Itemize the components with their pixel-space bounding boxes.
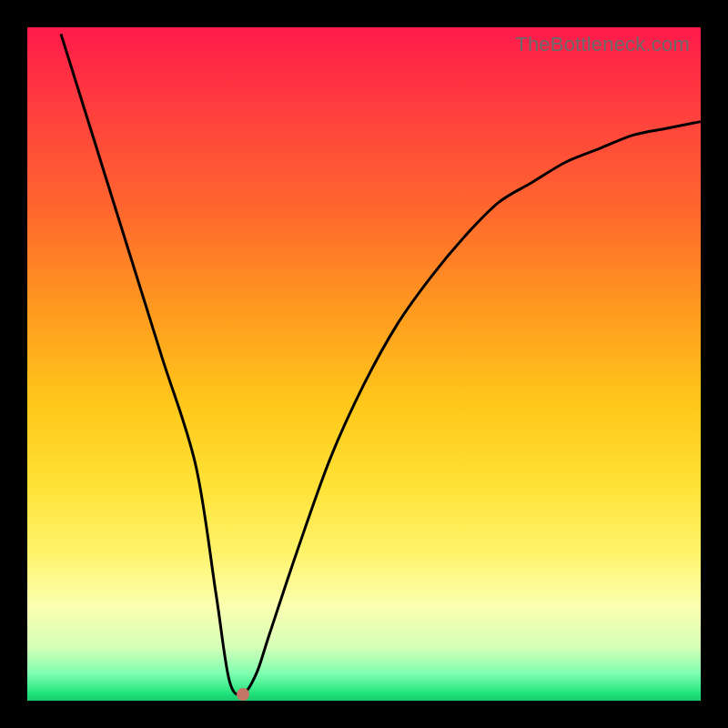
optimal-point-marker — [237, 688, 249, 701]
curve-path — [61, 34, 701, 694]
chart-plot-area: TheBottleneck.com — [27, 27, 701, 701]
bottleneck-curve — [27, 27, 701, 701]
